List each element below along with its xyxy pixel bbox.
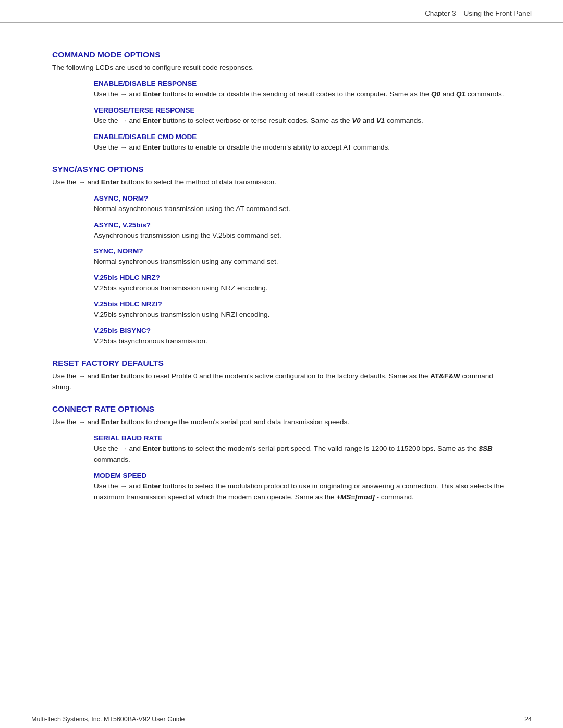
text-async-v25bis: Asynchronous transmission using the V.25… bbox=[52, 230, 511, 241]
text-v25bis-hdlc-nrz: V.25bis synchronous transmission using N… bbox=[52, 283, 511, 294]
heading-async-v25bis: ASYNC, V.25bis? bbox=[52, 221, 511, 229]
text-reset-factory-defaults: Use the and Enter buttons to reset Profi… bbox=[52, 371, 511, 393]
heading-sync-async-options: SYNC/ASYNC OPTIONS bbox=[52, 165, 511, 174]
heading-modem-speed: MODEM SPEED bbox=[52, 472, 511, 479]
arrow-icon-3 bbox=[120, 143, 127, 151]
page-number: 24 bbox=[524, 715, 532, 723]
arrow-icon-2 bbox=[120, 117, 127, 125]
page-header: Chapter 3 – Using the Front Panel bbox=[0, 0, 563, 23]
heading-command-mode-options: COMMAND MODE OPTIONS bbox=[52, 50, 511, 59]
content-area: COMMAND MODE OPTIONS The following LCDs … bbox=[0, 23, 563, 536]
heading-enable-disable-response: ENABLE/DISABLE RESPONSE bbox=[52, 80, 511, 88]
heading-serial-baud-rate: SERIAL BAUD RATE bbox=[52, 434, 511, 442]
text-async-norm: Normal asynchronous transmission using t… bbox=[52, 204, 511, 215]
intro-sync-async-options: Use the and Enter buttons to select the … bbox=[52, 177, 511, 188]
heading-sync-norm: SYNC, NORM? bbox=[52, 247, 511, 255]
section-reset-factory-defaults: RESET FACTORY DEFAULTS Use the and Enter… bbox=[52, 359, 511, 393]
chapter-title: Chapter 3 – Using the Front Panel bbox=[425, 9, 532, 17]
heading-reset-factory-defaults: RESET FACTORY DEFAULTS bbox=[52, 359, 511, 368]
text-v25bis-bisync: V.25bis bisynchronous transmission. bbox=[52, 336, 511, 347]
arrow-icon-5 bbox=[78, 372, 85, 380]
section-connect-rate-options: CONNECT RATE OPTIONS Use the and Enter b… bbox=[52, 404, 511, 503]
heading-async-norm: ASYNC, NORM? bbox=[52, 194, 511, 202]
section-sync-async-options: SYNC/ASYNC OPTIONS Use the and Enter but… bbox=[52, 165, 511, 347]
heading-enable-disable-cmd-mode: ENABLE/DISABLE CMD MODE bbox=[52, 133, 511, 141]
heading-v25bis-hdlc-nrz: V.25bis HDLC NRZ? bbox=[52, 274, 511, 281]
text-verbose-terse-response: Use the and Enter buttons to select verb… bbox=[52, 116, 511, 127]
arrow-icon-7 bbox=[120, 445, 127, 452]
heading-connect-rate-options: CONNECT RATE OPTIONS bbox=[52, 404, 511, 414]
heading-verbose-terse-response: VERBOSE/TERSE RESPONSE bbox=[52, 106, 511, 114]
arrow-icon-4 bbox=[78, 178, 85, 186]
text-sync-norm: Normal synchronous transmission using an… bbox=[52, 256, 511, 267]
footer-left-text: Multi-Tech Systems, Inc. MT5600BA-V92 Us… bbox=[31, 715, 185, 723]
page-footer: Multi-Tech Systems, Inc. MT5600BA-V92 Us… bbox=[0, 710, 563, 728]
intro-command-mode-options: The following LCDs are used to configure… bbox=[52, 63, 511, 73]
heading-v25bis-bisync: V.25bis BISYNC? bbox=[52, 327, 511, 335]
text-enable-disable-cmd-mode: Use the and Enter buttons to enable or d… bbox=[52, 142, 511, 153]
page-container: Chapter 3 – Using the Front Panel COMMAN… bbox=[0, 0, 563, 728]
arrow-icon-8 bbox=[120, 482, 127, 490]
arrow-icon-6 bbox=[78, 418, 85, 426]
heading-v25bis-hdlc-nrzi: V.25bis HDLC NRZI? bbox=[52, 300, 511, 308]
intro-connect-rate-options: Use the and Enter buttons to change the … bbox=[52, 417, 511, 428]
text-enable-disable-response: Use the and Enter buttons to enable or d… bbox=[52, 89, 511, 100]
text-v25bis-hdlc-nrzi: V.25bis synchronous transmission using N… bbox=[52, 310, 511, 320]
arrow-icon bbox=[120, 90, 127, 98]
text-serial-baud-rate: Use the and Enter buttons to select the … bbox=[52, 443, 511, 465]
text-modem-speed: Use the and Enter buttons to select the … bbox=[52, 481, 511, 503]
section-command-mode-options: COMMAND MODE OPTIONS The following LCDs … bbox=[52, 50, 511, 153]
